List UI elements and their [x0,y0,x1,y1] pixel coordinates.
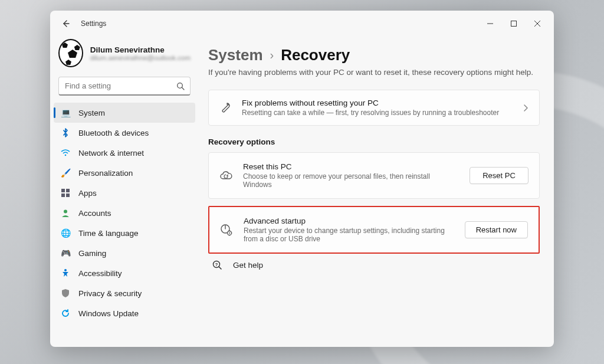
search-input[interactable] [58,77,191,96]
sidebar-item-label: Time & language [78,229,139,238]
get-help-label: Get help [233,261,263,270]
sidebar-item-label: Network & internet [78,149,144,158]
maximize-button[interactable] [502,14,526,33]
arrow-left-icon [61,19,70,28]
sidebar-item-label: Accessibility [78,269,122,278]
chevron-right-icon: › [270,48,274,62]
svg-line-24 [219,267,221,269]
reset-title: Reset this PC [243,162,459,171]
help-icon: ? [211,260,224,270]
sidebar-item-time-language[interactable]: 🌐Time & language [54,223,195,243]
page-title: Recovery [281,46,350,64]
cloud-reset-icon [219,170,232,181]
sidebar-item-label: Gaming [78,249,106,258]
sidebar-item-system[interactable]: 💻System [54,103,195,123]
troubleshoot-desc: Resetting can take a while — first, try … [242,109,512,117]
troubleshoot-title: Fix problems without resetting your PC [242,99,512,107]
nav-list: 💻System Bluetooth & devices Network & in… [50,103,199,323]
maximize-icon [511,21,517,27]
svg-point-12 [64,210,67,214]
svg-text:?: ? [215,262,218,267]
breadcrumb: System › Recovery [208,46,540,64]
sidebar-item-windows-update[interactable]: Windows Update [54,303,195,323]
sidebar-item-bluetooth[interactable]: Bluetooth & devices [54,123,195,143]
svg-rect-11 [66,194,70,197]
page-subtitle: If you're having problems with your PC o… [208,68,540,77]
sidebar-item-label: Personalization [78,169,133,178]
svg-rect-9 [66,189,70,192]
sidebar-item-apps[interactable]: Apps [54,183,195,203]
apps-icon [61,188,70,198]
minimize-button[interactable] [478,14,502,33]
sidebar-item-accessibility[interactable]: Accessibility [54,263,195,283]
section-title-recovery: Recovery options [208,137,540,146]
window-controls [478,14,549,33]
sidebar-item-label: System [78,109,105,117]
troubleshoot-card[interactable]: Fix problems without resetting your PC R… [208,90,540,126]
search-wrap [58,77,191,96]
reset-desc: Choose to keep or remove your personal f… [243,172,459,189]
recovery-panel: Reset this PC Choose to keep or remove y… [208,152,540,199]
user-name: Dilum Senevirathne [90,45,191,54]
display-icon: 💻 [61,108,70,117]
reset-pc-button[interactable]: Reset PC [470,167,528,184]
close-button[interactable] [526,14,549,33]
sidebar-item-gaming[interactable]: 🎮Gaming [54,243,195,263]
accessibility-icon [61,268,70,278]
power-gear-icon [220,224,233,237]
sidebar-item-label: Windows Update [78,309,139,318]
chevron-right-icon [523,104,528,112]
sidebar-item-label: Privacy & security [78,289,142,298]
get-help-link[interactable]: ? Get help [208,254,540,276]
advanced-title: Advanced startup [244,217,454,225]
svg-line-6 [182,87,184,90]
advanced-startup-row: Advanced startup Restart your device to … [209,207,539,252]
sidebar-item-accounts[interactable]: Accounts [54,203,195,223]
svg-point-7 [65,155,67,156]
sidebar: Dilum Senevirathne dilum.senevirathne@ou… [50,37,199,347]
sidebar-item-network[interactable]: Network & internet [54,143,195,163]
titlebar: Settings [50,11,554,37]
gamepad-icon: 🎮 [61,248,70,258]
advanced-startup-highlight: Advanced startup Restart your device to … [208,206,540,254]
svg-rect-8 [61,189,65,192]
breadcrumb-parent[interactable]: System [208,46,263,64]
window-title: Settings [81,19,106,28]
svg-point-13 [64,269,67,271]
sidebar-item-label: Bluetooth & devices [78,129,149,137]
sidebar-item-label: Apps [78,189,97,198]
globe-clock-icon: 🌐 [61,228,70,238]
back-button[interactable] [57,15,74,32]
shield-icon [61,288,70,298]
advanced-desc: Restart your device to change startup se… [244,227,454,243]
restart-now-button[interactable]: Restart now [465,221,528,238]
svg-rect-10 [61,194,65,197]
search-icon [176,82,185,90]
wrench-icon [219,102,231,114]
content-area: Dilum Senevirathne dilum.senevirathne@ou… [50,37,554,347]
close-icon [534,21,540,27]
person-icon [61,208,70,218]
sidebar-item-personalization[interactable]: 🖌️Personalization [54,163,195,183]
user-email: dilum.senevirathne@outlook.com [90,54,191,61]
wifi-icon [61,148,70,158]
sidebar-item-label: Accounts [78,209,111,218]
brush-icon: 🖌️ [61,168,70,178]
svg-rect-2 [511,21,517,27]
svg-point-17 [229,232,230,234]
settings-window: Settings Dilum Senevirathne dilum.senevi… [50,11,554,347]
reset-pc-row: Reset this PC Choose to keep or remove y… [209,153,539,198]
minimize-icon [487,21,493,27]
profile-block[interactable]: Dilum Senevirathne dilum.senevirathne@ou… [50,39,199,77]
sidebar-item-privacy[interactable]: Privacy & security [54,283,195,303]
update-icon [61,309,70,318]
main-panel: System › Recovery If you're having probl… [199,37,554,347]
avatar [58,39,83,67]
bluetooth-icon [61,128,70,137]
